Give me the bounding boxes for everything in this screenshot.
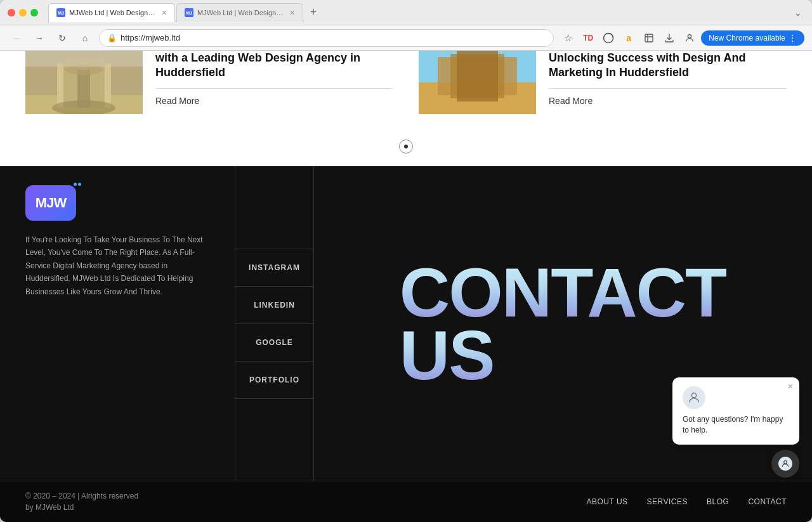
traffic-lights bbox=[8, 9, 38, 16]
chat-open-button[interactable] bbox=[771, 450, 799, 478]
blog-card-1: with a Leading Web Design Agency in Hudd… bbox=[25, 51, 393, 114]
chat-popup: × Got any questions? I'm happy to help. bbox=[672, 377, 799, 445]
tab-label-2: MJWeb Ltd | Web Design & D… bbox=[197, 9, 284, 16]
back-button[interactable]: ← bbox=[8, 29, 25, 47]
footer-left: MJW If You're Looking To Take Your Busin… bbox=[0, 166, 235, 481]
browser-titlebar: MJ MJWeb Ltd | Web Design & D… × MJ MJWe… bbox=[0, 0, 812, 25]
contact-line2: US bbox=[400, 323, 727, 386]
bookmark-button[interactable]: ☆ bbox=[559, 29, 577, 47]
tab-bar: MJ MJWeb Ltd | Web Design & D… × MJ MJWe… bbox=[48, 3, 804, 22]
logo-dots bbox=[74, 183, 81, 186]
tab-close-2[interactable]: × bbox=[290, 8, 295, 18]
forward-button[interactable]: → bbox=[30, 29, 48, 47]
chat-button-icon bbox=[778, 457, 792, 471]
footer-description: If You're Looking To Take Your Business … bbox=[25, 233, 209, 298]
home-button[interactable]: ⌂ bbox=[76, 29, 94, 47]
blog-image-1 bbox=[25, 51, 143, 114]
svg-point-16 bbox=[784, 460, 787, 464]
footer-social-nav: INSTAGRAM LINKEDIN GOOGLE PORTFOLIO bbox=[235, 166, 314, 481]
blog-card-info-2: Unlocking Success with Design And Market… bbox=[549, 51, 787, 107]
bottom-nav-blog[interactable]: BLOG bbox=[707, 497, 729, 506]
svg-rect-9 bbox=[25, 51, 143, 67]
blog-card-info-1: with a Leading Web Design Agency in Hudd… bbox=[155, 51, 393, 107]
contact-line1: CONTACT bbox=[400, 261, 727, 323]
carousel-dot-active[interactable] bbox=[399, 140, 413, 153]
carousel-dots bbox=[0, 133, 812, 166]
profile-button[interactable] bbox=[681, 29, 698, 47]
download-button[interactable] bbox=[660, 29, 678, 47]
logo-text: MJW bbox=[36, 195, 66, 211]
footer-nav-instagram[interactable]: INSTAGRAM bbox=[235, 249, 313, 287]
copyright-text: © 2020 – 2024 | Alrights reserved bbox=[25, 490, 138, 502]
chrome-update-label: New Chrome available bbox=[709, 34, 785, 42]
blog-card-2: Unlocking Success with Design And Market… bbox=[419, 51, 787, 114]
amazon-button[interactable]: a bbox=[620, 29, 638, 47]
tab-label-1: MJWeb Ltd | Web Design & D… bbox=[69, 9, 155, 16]
tab-favicon-1: MJ bbox=[56, 8, 65, 17]
contact-us-text: CONTACT US bbox=[400, 261, 727, 386]
svg-point-15 bbox=[691, 393, 696, 398]
tab-favicon-2: MJ bbox=[185, 8, 193, 17]
blog-section: with a Leading Web Design Agency in Hudd… bbox=[0, 51, 812, 133]
tab-active[interactable]: MJ MJWeb Ltd | Web Design & D… × bbox=[48, 3, 175, 22]
chat-avatar bbox=[683, 386, 705, 409]
footer-bottom-nav: ABOUT US SERVICES BLOG CONTACT bbox=[586, 497, 787, 506]
close-window-button[interactable] bbox=[8, 9, 15, 16]
bottom-nav-contact[interactable]: CONTACT bbox=[748, 497, 787, 506]
lock-icon: 🔒 bbox=[107, 34, 117, 42]
bottom-nav-about[interactable]: ABOUT US bbox=[586, 497, 627, 506]
svg-rect-7 bbox=[77, 70, 90, 108]
footer-nav-linkedin[interactable]: LINKEDIN bbox=[235, 287, 313, 324]
footer-copyright: © 2020 – 2024 | Alrights reserved by MJW… bbox=[25, 490, 138, 513]
tab-close-1[interactable]: × bbox=[162, 8, 167, 18]
maximize-window-button[interactable] bbox=[30, 9, 38, 16]
chat-widget: × Got any questions? I'm happy to help. bbox=[672, 377, 799, 478]
copyright-by: by MJWeb Ltd bbox=[25, 502, 138, 513]
extension-btn-1[interactable]: TD bbox=[579, 29, 597, 47]
chat-close-button[interactable]: × bbox=[788, 381, 793, 391]
chrome-update-icon: ⋮ bbox=[788, 33, 797, 43]
reload-button[interactable]: ↻ bbox=[53, 29, 71, 47]
extensions-button[interactable] bbox=[640, 29, 658, 47]
logo-dot-1 bbox=[74, 183, 77, 186]
blog-card-title-1: with a Leading Web Design Agency in Hudd… bbox=[155, 51, 393, 81]
read-more-2[interactable]: Read More bbox=[549, 96, 593, 106]
wordpress-button[interactable] bbox=[599, 29, 617, 47]
svg-rect-14 bbox=[457, 51, 498, 101]
blog-card-title-2: Unlocking Success with Design And Market… bbox=[549, 51, 787, 81]
footer-nav-portfolio[interactable]: PORTFOLIO bbox=[235, 362, 313, 399]
browser-window: MJ MJWeb Ltd | Web Design & D… × MJ MJWe… bbox=[0, 0, 812, 522]
nav-actions: ☆ TD a New Chrome available ⋮ bbox=[559, 29, 804, 47]
chat-popup-message: Got any questions? I'm happy to help. bbox=[683, 414, 789, 436]
dot-inner bbox=[404, 145, 408, 148]
minimize-window-button[interactable] bbox=[19, 9, 27, 16]
svg-point-1 bbox=[688, 34, 691, 37]
page-content: with a Leading Web Design Agency in Hudd… bbox=[0, 51, 812, 522]
footer-nav-google[interactable]: GOOGLE bbox=[235, 324, 313, 362]
read-more-1[interactable]: Read More bbox=[155, 96, 199, 106]
logo-dot-2 bbox=[78, 183, 81, 186]
tab-list-button[interactable]: ⌄ bbox=[792, 5, 804, 20]
footer-bottom: © 2020 – 2024 | Alrights reserved by MJW… bbox=[0, 481, 812, 522]
new-tab-button[interactable]: + bbox=[304, 4, 322, 22]
blog-image-2 bbox=[419, 51, 536, 114]
tab-inactive[interactable]: MJ MJWeb Ltd | Web Design & D… × bbox=[176, 3, 303, 22]
bottom-nav-services[interactable]: SERVICES bbox=[647, 497, 688, 506]
chrome-update-button[interactable]: New Chrome available ⋮ bbox=[701, 30, 804, 46]
blog-divider-1 bbox=[155, 88, 393, 89]
nav-bar: ← → ↻ ⌂ 🔒 https://mjweb.ltd ☆ TD a bbox=[0, 25, 812, 51]
footer-logo: MJW bbox=[25, 185, 76, 221]
blog-divider-2 bbox=[549, 88, 787, 89]
address-bar[interactable]: 🔒 https://mjweb.ltd bbox=[99, 29, 554, 47]
url-text: https://mjweb.ltd bbox=[121, 33, 180, 42]
